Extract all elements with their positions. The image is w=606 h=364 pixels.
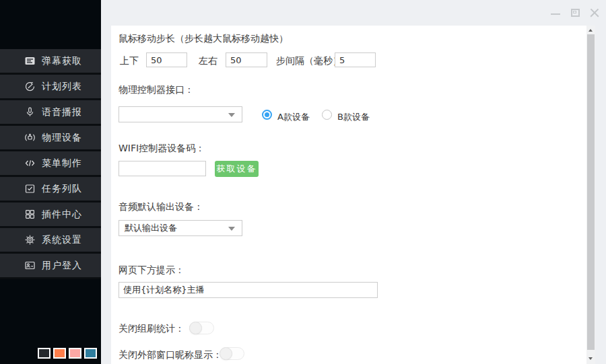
- sidebar-item-label: 菜单制作: [42, 157, 82, 170]
- danmaku-icon: [24, 55, 36, 67]
- sidebar-item-settings[interactable]: 系统设置: [0, 228, 101, 254]
- voice-broadcast-icon: [24, 106, 36, 118]
- controller-port-dropdown[interactable]: [119, 106, 242, 122]
- sidebar-item-label: 系统设置: [42, 234, 82, 246]
- close-group-stats-label: 关闭组刷统计：: [119, 323, 184, 335]
- audio-output-label: 音频默认输出设备：: [119, 201, 203, 213]
- chevron-down-icon: [228, 227, 235, 231]
- theme-swatch-pink[interactable]: [69, 348, 81, 359]
- theme-swatch-teal[interactable]: [84, 348, 97, 359]
- sidebar-item-label: 计划列表: [42, 81, 82, 93]
- settings-gear-icon: [24, 234, 36, 246]
- audio-output-dropdown-value: 默认输出设备: [119, 221, 242, 235]
- user-login-icon: [24, 260, 36, 271]
- sidebar-item-label: 任务列队: [42, 183, 82, 195]
- sidebar-menu: 弹幕获取 计划列表 语音播报 物理设备 菜单制作: [0, 49, 101, 279]
- sidebar-item-voice[interactable]: 语音播报: [0, 100, 101, 126]
- theme-swatches: [38, 348, 97, 359]
- plan-list-icon: [24, 81, 36, 92]
- wifi-device-code-input[interactable]: [119, 161, 206, 176]
- audio-output-dropdown[interactable]: 默认输出设备: [119, 220, 242, 236]
- maximize-icon[interactable]: [571, 9, 580, 17]
- sidebar-item-user-login[interactable]: 用户登入: [0, 254, 101, 279]
- menu-maker-icon: [24, 157, 36, 169]
- sidebar-item-menu-maker[interactable]: 菜单制作: [0, 151, 101, 177]
- radio-a-device[interactable]: [262, 110, 272, 120]
- sidebar-item-label: 语音播报: [42, 106, 82, 118]
- mouse-step-leftright-input[interactable]: [226, 52, 267, 67]
- radio-b-device[interactable]: [322, 110, 332, 120]
- sidebar-item-plan-list[interactable]: 计划列表: [0, 75, 101, 100]
- sidebar-item-task-queue[interactable]: 任务列队: [0, 177, 101, 203]
- radio-a-device-label: A款设备: [277, 111, 310, 123]
- sidebar-item-label: 插件中心: [42, 209, 82, 221]
- mouse-step-interval-input[interactable]: [335, 52, 376, 67]
- radio-a-dot: [265, 112, 269, 117]
- sidebar-item-label: 弹幕获取: [42, 55, 82, 67]
- mouse-step-leftright-label: 左右: [199, 55, 217, 67]
- mouse-step-title: 鼠标移动步长（步长越大鼠标移动越快）: [119, 33, 288, 45]
- controller-port-label: 物理控制器接口：: [119, 84, 194, 96]
- task-queue-icon: [24, 183, 36, 194]
- mouse-step-interval-label: 步间隔（毫秒）: [276, 55, 342, 67]
- minimize-icon[interactable]: [551, 13, 560, 15]
- scrollbar-up-arrow-icon[interactable]: [588, 29, 593, 32]
- toggle-knob: [220, 347, 232, 360]
- radio-b-device-label: B款设备: [337, 111, 370, 123]
- plugin-center-icon: [24, 209, 36, 220]
- sidebar-item-label: 用户登入: [42, 260, 82, 272]
- sidebar: 弹幕获取 计划列表 语音播报 物理设备 菜单制作: [0, 0, 101, 364]
- sidebar-item-plugin-center[interactable]: 插件中心: [0, 203, 101, 228]
- scrollbar-down-arrow-icon[interactable]: [588, 357, 593, 360]
- theme-swatch-orange[interactable]: [53, 348, 66, 359]
- close-external-nickname-toggle[interactable]: [220, 347, 244, 360]
- web-tip-label: 网页下方提示：: [119, 264, 184, 277]
- close-icon[interactable]: [590, 8, 600, 18]
- settings-panel: 鼠标移动步长（步长越大鼠标移动越快） 上下 左右 步间隔（毫秒） 物理控制器接口…: [111, 26, 586, 364]
- close-group-stats-toggle[interactable]: [189, 322, 214, 334]
- web-tip-input[interactable]: [119, 282, 378, 298]
- theme-swatch-dark[interactable]: [38, 348, 50, 359]
- sidebar-item-device[interactable]: 物理设备: [0, 126, 101, 151]
- get-device-button[interactable]: 获取设备: [215, 161, 259, 177]
- sidebar-item-danmaku[interactable]: 弹幕获取: [0, 49, 101, 75]
- scrollbar-thumb[interactable]: [587, 34, 595, 350]
- maximize-inner-square: [573, 11, 576, 13]
- physical-device-icon: [24, 132, 36, 143]
- close-external-nickname-label: 关闭外部窗口昵称显示：: [119, 349, 222, 361]
- chevron-down-icon: [228, 113, 235, 117]
- sidebar-item-label: 物理设备: [42, 132, 82, 144]
- wifi-device-code-label: WIFI控制器设备码：: [119, 143, 205, 155]
- mouse-step-updown-label: 上下: [120, 55, 139, 67]
- toggle-knob: [189, 322, 202, 334]
- mouse-step-updown-input[interactable]: [146, 52, 187, 67]
- vertical-scrollbar: [586, 26, 595, 364]
